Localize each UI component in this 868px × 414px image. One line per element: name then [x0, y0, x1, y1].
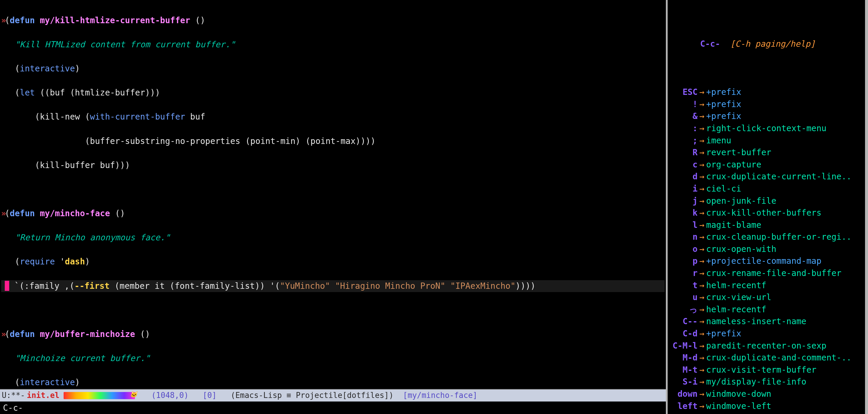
which-key-command: windmove-down [706, 389, 771, 399]
which-key-command: crux-open-with [706, 244, 776, 254]
which-key-command: my/display-file-info [706, 377, 806, 387]
which-key-window[interactable]: C-c- [C-h paging/help] ESC→+prefix!→+pre… [668, 0, 868, 414]
which-key-binding[interactable]: k→crux-kill-other-buffers [670, 207, 863, 219]
which-key-binding[interactable]: r→crux-rename-file-and-buffer [670, 267, 863, 279]
arrow-right-icon: → [698, 329, 706, 338]
which-key-command: helm-recentf [706, 280, 766, 290]
which-key-binding[interactable]: j→open-junk-file [670, 195, 863, 207]
which-key-key: right [670, 412, 698, 414]
which-key-key: っ [670, 304, 698, 316]
which-key-binding[interactable]: っ→helm-recentf [670, 304, 863, 316]
which-key-binding[interactable]: o→crux-open-with [670, 243, 863, 256]
mode-line[interactable]: U:**- init.el 🐱 (1048,0) [0] (Emacs-Lisp… [0, 389, 666, 402]
arrow-right-icon: → [698, 208, 706, 218]
which-key-binding[interactable]: t→helm-recentf [670, 279, 863, 292]
arrow-right-icon: → [698, 111, 706, 121]
which-key-binding[interactable]: M-d→crux-duplicate-and-comment-.. [670, 352, 863, 364]
which-key-binding[interactable]: p→+projectile-command-map [670, 255, 863, 267]
arrow-right-icon: → [698, 341, 706, 351]
point-cursor [5, 281, 9, 291]
nyan-bar[interactable]: 🐱 [64, 392, 135, 399]
which-key-help: [C-h paging/help] [730, 39, 815, 49]
which-key-key: left [670, 400, 698, 413]
arrow-right-icon: → [698, 292, 706, 302]
which-key-key: M-d [670, 352, 698, 364]
which-key-command: crux-rename-file-and-buffer [706, 268, 841, 278]
which-key-command: crux-duplicate-current-line.. [706, 172, 851, 181]
which-key-command: crux-kill-other-buffers [706, 208, 822, 218]
which-key-command: right-click-context-menu [706, 123, 827, 133]
which-key-key: c [670, 159, 698, 171]
which-key-binding[interactable]: u→crux-view-url [670, 292, 863, 304]
which-key-key: C-- [670, 316, 698, 328]
which-key-key: ! [670, 98, 698, 111]
arrow-right-icon: → [698, 99, 706, 109]
main-window[interactable]: »(defun my/kill-htmlize-current-buffer (… [0, 0, 666, 414]
which-key-command: revert-buffer [706, 148, 771, 157]
which-key-key: i [670, 183, 698, 195]
emacs-frame: »(defun my/kill-htmlize-current-buffer (… [0, 0, 868, 414]
which-key-binding[interactable]: right→windmove-right [670, 412, 863, 414]
which-key-binding[interactable]: S-i→my/display-file-info [670, 376, 863, 388]
which-key-binding[interactable]: R→revert-buffer [670, 147, 863, 159]
which-key-binding[interactable]: C-M-l→paredit-recenter-on-sexp [670, 340, 863, 352]
which-key-key: r [670, 267, 698, 279]
arrow-right-icon: → [698, 184, 706, 194]
which-key-key: l [670, 219, 698, 231]
func-name: my/kill-htmlize-current-buffer [40, 16, 190, 25]
which-key-binding[interactable]: i→ciel-ci [670, 183, 863, 195]
which-key-binding[interactable]: M-t→crux-visit-term-buffer [670, 364, 863, 376]
which-key-binding[interactable]: l→magit-blame [670, 219, 863, 231]
which-key-key: k [670, 207, 698, 219]
which-key-binding[interactable]: :→right-click-context-menu [670, 122, 863, 135]
arrow-right-icon: → [698, 268, 706, 278]
which-key-binding[interactable]: left→windmove-left [670, 400, 863, 413]
which-key-binding[interactable]: !→+prefix [670, 98, 863, 111]
arrow-right-icon: → [698, 244, 706, 254]
which-key-binding[interactable]: ESC→+prefix [670, 86, 863, 98]
modeline-state: U:**- [2, 390, 25, 401]
modeline-position: (1048,0) [151, 390, 188, 401]
code-buffer[interactable]: »(defun my/kill-htmlize-current-buffer (… [0, 0, 666, 389]
which-key-key: u [670, 292, 698, 304]
nyan-cat-icon: 🐱 [130, 390, 137, 399]
arrow-right-icon: → [698, 172, 706, 181]
which-key-command: +projectile-command-map [706, 256, 822, 266]
arrow-right-icon: → [698, 148, 706, 157]
which-key-key: j [670, 195, 698, 207]
which-key-binding[interactable]: ;→imenu [670, 135, 863, 147]
which-key-binding[interactable]: C-d→+prefix [670, 328, 863, 340]
arrow-right-icon: → [698, 220, 706, 230]
which-key-binding[interactable]: n→crux-cleanup-buffer-or-regi.. [670, 231, 863, 243]
arrow-right-icon: → [698, 317, 706, 326]
arrow-right-icon: → [698, 365, 706, 375]
which-key-command: windmove-left [706, 401, 771, 411]
which-key-key: o [670, 243, 698, 256]
modeline-narrow: [0] [203, 390, 217, 401]
modeline-buffer-name[interactable]: init.el [25, 390, 61, 401]
modeline-major-mode[interactable]: (Emacs-Lisp ≡ Projectile[dotfiles]) [231, 390, 394, 401]
which-key-bindings-list: ESC→+prefix!→+prefix&→+prefix:→right-cli… [670, 86, 863, 414]
arrow-right-icon: → [698, 256, 706, 266]
which-key-key: R [670, 147, 698, 159]
which-key-binding[interactable]: &→+prefix [670, 110, 863, 122]
which-key-key: down [670, 388, 698, 400]
which-key-command: crux-visit-term-buffer [706, 365, 816, 375]
which-key-key: C-M-l [670, 340, 698, 352]
which-key-prefix: C-c- [700, 39, 720, 49]
arrow-right-icon: → [698, 196, 706, 206]
which-key-binding[interactable]: C--→nameless-insert-name [670, 316, 863, 328]
which-key-binding[interactable]: c→org-capture [670, 159, 863, 171]
which-key-binding[interactable]: down→windmove-down [670, 388, 863, 400]
which-key-command: crux-duplicate-and-comment-.. [706, 353, 851, 362]
which-key-command: org-capture [706, 160, 761, 170]
arrow-right-icon: → [698, 353, 706, 362]
which-key-key: M-t [670, 364, 698, 376]
arrow-right-icon: → [698, 87, 706, 97]
which-key-key: ESC [670, 86, 698, 98]
which-key-command: nameless-insert-name [706, 317, 806, 326]
arrow-right-icon: → [698, 160, 706, 170]
arrow-right-icon: → [698, 123, 706, 133]
which-key-binding[interactable]: d→crux-duplicate-current-line.. [670, 171, 863, 183]
which-key-key: ; [670, 135, 698, 147]
